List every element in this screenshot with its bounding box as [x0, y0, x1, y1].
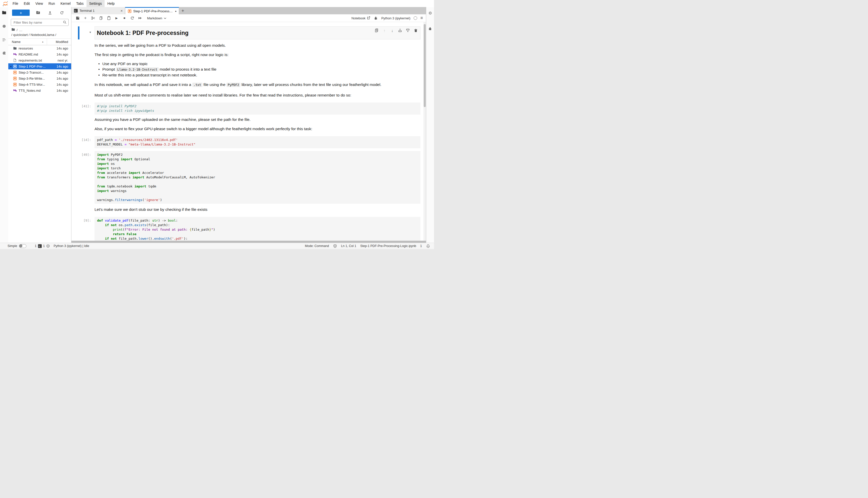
markdown-paragraph[interactable]: The first step in getting to the podcast…	[94, 52, 420, 57]
simple-mode-toggle[interactable]	[19, 244, 26, 248]
file-row[interactable]: requirements.txtnext yr.	[8, 57, 71, 63]
code-line: warnings.filterwarnings('ignore')	[97, 198, 418, 202]
cut-icon[interactable]	[91, 16, 95, 21]
menu-edit[interactable]: Edit	[21, 0, 33, 7]
running-sessions-icon[interactable]	[2, 24, 7, 29]
command-mode-indicator[interactable]: Mode: Command	[305, 244, 329, 248]
menu-file[interactable]: File	[10, 0, 21, 7]
breadcrumb-root[interactable]: /	[16, 28, 17, 32]
refresh-icon[interactable]	[60, 11, 64, 15]
markdown-list[interactable]: •Use any PDF on any topic•Prompt Llama-3…	[94, 61, 420, 78]
add-cell-icon[interactable]: +	[83, 16, 88, 21]
new-tab-button[interactable]: +	[179, 7, 187, 14]
file-row[interactable]: Step-3-Re-Write...14s ago	[8, 75, 71, 81]
menu-run[interactable]: Run	[46, 0, 58, 7]
markdown-paragraph[interactable]: In the series, we will be going from a P…	[94, 43, 420, 48]
hamburger-menu-icon[interactable]: ≡	[420, 16, 423, 21]
code-line	[97, 180, 418, 184]
active-cell-indicator	[78, 26, 79, 39]
menu-help[interactable]: Help	[105, 0, 117, 7]
simple-mode-label: Simple	[8, 244, 17, 248]
terminal-icon[interactable]: $_	[38, 244, 42, 248]
markdown-paragraph[interactable]: Also, if you want to flex your GPU-pleas…	[94, 127, 420, 131]
tab-step-1-pdf-pre-processing[interactable]: Step-1 PDF-Pre-Processing●	[125, 7, 179, 14]
delete-cell-icon[interactable]	[413, 28, 418, 32]
insert-cell-below-icon[interactable]	[406, 28, 410, 32]
notebook-icon	[13, 64, 17, 68]
kernel-name-button[interactable]: Python 3 (ipykernel)	[381, 16, 410, 20]
new-folder-icon[interactable]	[36, 11, 40, 15]
upload-icon[interactable]	[48, 11, 52, 15]
run-icon[interactable]: ▶	[114, 16, 119, 21]
cell-type-select[interactable]: Markdown	[147, 16, 166, 20]
stop-icon[interactable]: ■	[122, 16, 127, 21]
horizontal-scrollbar[interactable]	[72, 241, 426, 243]
markdown-title-cell[interactable]: ▼Notebook 1: PDF Pre-processing↑↓	[94, 26, 420, 39]
code-cell[interactable]: [41]:#!pip install PyPDF2#!pip install r…	[94, 103, 420, 115]
file-row[interactable]: resources14s ago	[8, 45, 71, 51]
collapse-cell-icon[interactable]: ▼	[89, 31, 91, 34]
kernels-count[interactable]: 1	[43, 244, 45, 248]
markdown-paragraph[interactable]: Let's make sure we don't stub our toe by…	[94, 207, 420, 212]
file-row[interactable]: ●Step-1 PDF-Pre-...14s ago	[8, 63, 71, 69]
filter-files-input[interactable]	[11, 19, 69, 26]
close-tab-icon[interactable]: ×	[120, 9, 123, 13]
new-launcher-button[interactable]: +	[12, 10, 30, 16]
code-cell[interactable]: [14]:pdf_path = './resources/2402.13116v…	[94, 136, 420, 148]
code-cell[interactable]: [49]:import PyPDF2from typing import Opt…	[94, 151, 420, 204]
move-cell-up-icon[interactable]: ↑	[382, 28, 386, 32]
bell-icon[interactable]	[426, 244, 430, 248]
restart-kernel-icon[interactable]	[130, 16, 134, 21]
file-row[interactable]: Step-2-Transcri...14s ago	[8, 69, 71, 75]
column-modified[interactable]: Modified	[47, 39, 71, 45]
breadcrumb-ellipsis[interactable]: …	[19, 28, 23, 32]
kernel-sessions-icon[interactable]	[46, 244, 50, 248]
home-folder-icon[interactable]	[11, 28, 15, 32]
file-row[interactable]: TTS_Notes.md14s ago	[8, 88, 71, 93]
markdown-paragraph[interactable]: In this notebook, we will upload a PDF a…	[94, 82, 420, 87]
menu-tabs[interactable]: Tabs	[74, 0, 87, 7]
cursor-position[interactable]: Ln 1, Col 1	[341, 244, 356, 248]
vertical-scrollbar[interactable]	[423, 22, 426, 241]
copy-icon[interactable]	[99, 16, 103, 21]
duplicate-cell-icon[interactable]	[375, 28, 379, 32]
tab-terminal-1[interactable]: $_Terminal 1×	[72, 7, 125, 14]
menu-view[interactable]: View	[33, 0, 46, 7]
debugger-toggle-icon[interactable]	[374, 16, 378, 21]
code-editor[interactable]: import PyPDF2from typing import Optional…	[94, 151, 420, 204]
code-editor[interactable]: def validate_pdf(file_path: str) -> bool…	[94, 217, 420, 243]
insert-cell-above-icon[interactable]	[398, 28, 402, 32]
breadcrumb-path[interactable]: / quickstart / NotebookLlama /	[11, 33, 68, 37]
column-name[interactable]: Name ▲	[8, 40, 47, 44]
file-row[interactable]: README.md14s ago	[8, 51, 71, 57]
scrollbar-thumb[interactable]	[424, 24, 426, 107]
trust-shield-icon[interactable]	[333, 244, 337, 248]
file-browser-icon[interactable]	[2, 10, 7, 15]
code-cell[interactable]: [9]:def validate_pdf(file_path: str) -> …	[94, 217, 420, 243]
code-line: import torch	[97, 166, 418, 171]
paste-icon[interactable]	[106, 16, 111, 21]
notebook-toolbar: + ▶ ■ Markdown Notebook	[72, 14, 426, 22]
bullet-icon: •	[98, 73, 102, 78]
code-editor[interactable]: #!pip install PyPDF2#!pip install rich i…	[94, 103, 420, 115]
code-line: import warnings	[97, 189, 418, 193]
terminals-count[interactable]: 1	[35, 244, 37, 248]
notebook-context-button[interactable]: Notebook	[352, 16, 371, 21]
menu-settings[interactable]: Settings	[87, 0, 105, 7]
menu-kernel[interactable]: Kernel	[58, 0, 73, 7]
save-icon[interactable]	[75, 16, 80, 21]
file-row[interactable]: Step-4-TTS-Wor...14s ago	[8, 81, 71, 88]
markdown-paragraph[interactable]: Assuming you have a PDF uploaded on the …	[94, 117, 420, 122]
restart-run-all-icon[interactable]	[138, 16, 142, 21]
debugger-icon[interactable]	[428, 26, 433, 31]
markdown-paragraph[interactable]: Most of us shift-enter pass the comments…	[94, 93, 420, 97]
notifications-count[interactable]: 1	[420, 244, 422, 248]
file-modified: 14s ago	[47, 47, 71, 50]
extension-manager-icon[interactable]	[2, 51, 7, 56]
move-cell-down-icon[interactable]: ↓	[390, 28, 394, 32]
kernel-status-text[interactable]: Python 3 (ipykernel) | Idle	[53, 244, 89, 248]
kernel-status-icon[interactable]	[413, 16, 417, 20]
property-inspector-icon[interactable]	[428, 11, 433, 16]
table-of-contents-icon[interactable]	[2, 37, 7, 42]
code-editor[interactable]: pdf_path = './resources/2402.13116v4.pdf…	[94, 136, 420, 148]
